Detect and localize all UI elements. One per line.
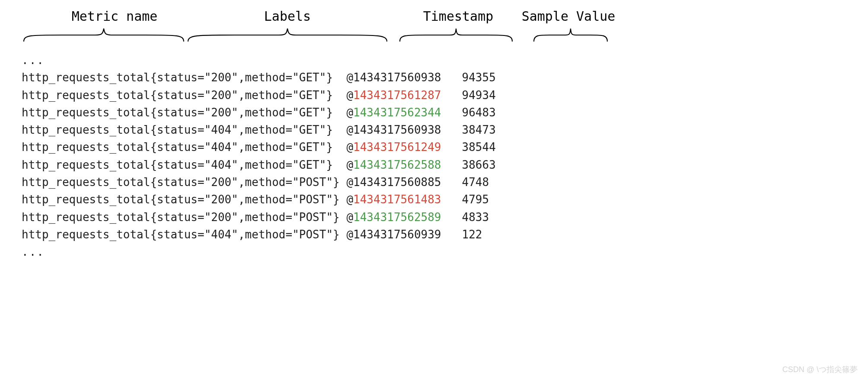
sample-row: http_requests_total{status="200",method=…: [22, 173, 851, 191]
timestamp-value: 1434317561287: [353, 87, 441, 104]
at-sign: @: [346, 226, 353, 243]
metric-name: http_requests_total: [22, 209, 150, 226]
header-sample-value: Sample Value: [519, 9, 618, 24]
sample-row: http_requests_total{status="404",method=…: [22, 156, 851, 173]
timestamp-value: 1434317562589: [353, 209, 441, 226]
timestamp-value: 1434317560939: [353, 226, 441, 243]
labels-text: {status="200",method="GET"}: [150, 104, 333, 121]
timestamp-value: 1434317561483: [353, 191, 441, 208]
sample-value: 4748: [462, 173, 489, 191]
alignment-pad: [333, 138, 346, 156]
alignment-pad: [340, 191, 347, 208]
at-sign: @: [346, 87, 353, 104]
sample-row: http_requests_total{status="404",method=…: [22, 138, 851, 156]
metric-name: http_requests_total: [22, 121, 150, 138]
labels-text: {status="200",method="POST"}: [150, 173, 339, 191]
alignment-pad: [333, 104, 346, 121]
alignment-pad: [340, 209, 347, 226]
metric-name: http_requests_total: [22, 69, 150, 86]
metric-name: http_requests_total: [22, 173, 150, 191]
ellipsis-bottom: ...: [22, 243, 851, 260]
header-labels: Labels: [186, 9, 389, 24]
sample-row: http_requests_total{status="200",method=…: [22, 87, 851, 104]
at-sign: @: [346, 121, 353, 138]
timestamp-value: 1434317562588: [353, 156, 441, 173]
sample-value: 94355: [462, 69, 496, 86]
metric-name: http_requests_total: [22, 138, 150, 156]
sample-value: 38544: [462, 138, 496, 156]
header-metric-name: Metric name: [43, 9, 186, 24]
sample-value: 38663: [462, 156, 496, 173]
sample-row: http_requests_total{status="404",method=…: [22, 226, 851, 243]
labels-text: {status="200",method="POST"}: [150, 191, 339, 208]
metric-name: http_requests_total: [22, 191, 150, 208]
brace-labels: [186, 26, 389, 44]
labels-text: {status="200",method="POST"}: [150, 209, 339, 226]
alignment-pad: [333, 121, 346, 138]
metric-name: http_requests_total: [22, 156, 150, 173]
alignment-pad: [333, 87, 346, 104]
timestamp-value: 1434317562344: [353, 104, 441, 121]
brace-timestamp: [398, 26, 514, 44]
labels-text: {status="404",method="GET"}: [150, 138, 333, 156]
brace-metric-name: [22, 26, 186, 44]
at-sign: @: [346, 138, 353, 156]
labels-text: {status="200",method="GET"}: [150, 69, 333, 86]
sample-value: 38473: [462, 121, 496, 138]
header-braces: [17, 26, 851, 44]
ellipsis-top: ...: [22, 51, 851, 69]
brace-sample-value: [532, 26, 610, 44]
at-sign: @: [346, 104, 353, 121]
labels-text: {status="404",method="POST"}: [150, 226, 339, 243]
alignment-pad: [333, 69, 346, 86]
timestamp-value: 1434317560885: [353, 173, 441, 191]
header-timestamp: Timestamp: [402, 9, 514, 24]
metric-name: http_requests_total: [22, 226, 150, 243]
metric-name: http_requests_total: [22, 104, 150, 121]
metric-name: http_requests_total: [22, 87, 150, 104]
watermark: CSDN @ \つ指尖篠夢: [782, 364, 858, 375]
sample-row: http_requests_total{status="200",method=…: [22, 209, 851, 226]
labels-text: {status="404",method="GET"}: [150, 156, 333, 173]
labels-text: {status="404",method="GET"}: [150, 121, 333, 138]
at-sign: @: [346, 69, 353, 86]
at-sign: @: [346, 173, 353, 191]
sample-row: http_requests_total{status="200",method=…: [22, 69, 851, 86]
sample-value: 4795: [462, 191, 489, 208]
column-headers: Metric name Labels Timestamp Sample Valu…: [17, 9, 851, 24]
sample-value: 96483: [462, 104, 496, 121]
diagram-root: Metric name Labels Timestamp Sample Valu…: [0, 0, 868, 379]
timestamp-value: 1434317560938: [353, 69, 441, 86]
alignment-pad: [340, 173, 347, 191]
labels-text: {status="200",method="GET"}: [150, 87, 333, 104]
at-sign: @: [346, 209, 353, 226]
alignment-pad: [333, 156, 346, 173]
sample-row: http_requests_total{status="200",method=…: [22, 191, 851, 208]
sample-rows: ... http_requests_total{status="200",met…: [17, 51, 851, 261]
timestamp-value: 1434317560938: [353, 121, 441, 138]
sample-value: 4833: [462, 209, 489, 226]
sample-row: http_requests_total{status="200",method=…: [22, 104, 851, 121]
alignment-pad: [340, 226, 347, 243]
at-sign: @: [346, 156, 353, 173]
sample-row: http_requests_total{status="404",method=…: [22, 121, 851, 138]
timestamp-value: 1434317561249: [353, 138, 441, 156]
at-sign: @: [346, 191, 353, 208]
sample-value: 94934: [462, 87, 496, 104]
sample-value: 122: [462, 226, 482, 243]
